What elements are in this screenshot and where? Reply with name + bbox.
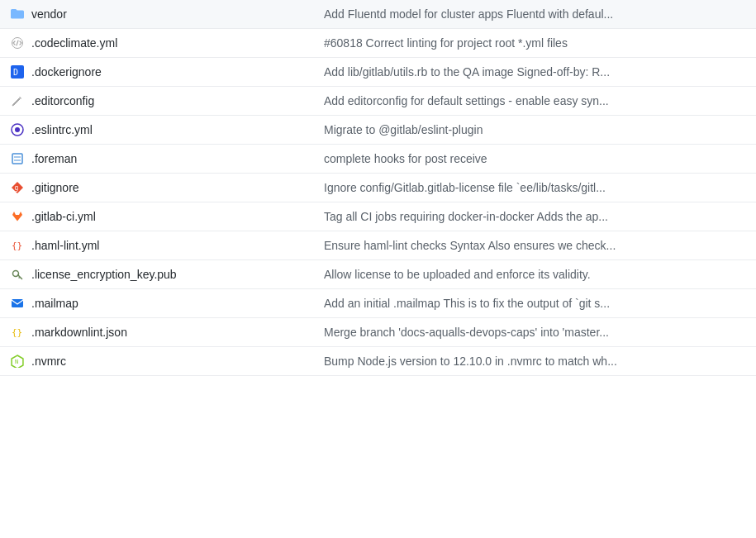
svg-point-4	[15, 127, 20, 132]
file-name-text[interactable]: .markdownlint.json	[31, 326, 127, 339]
file-commit-message[interactable]: complete hooks for post receive	[314, 145, 756, 174]
file-commit-message[interactable]: Migrate to @gitlab/eslint-plugin	[314, 116, 756, 145]
file-icon-gitlab	[10, 209, 25, 224]
table-row[interactable]: N.nvmrcBump Node.js version to 12.10.0 i…	[0, 347, 756, 376]
svg-text:{}: {}	[12, 327, 22, 338]
table-row[interactable]: .codeclimate.yml#60818 Correct linting f…	[0, 29, 756, 58]
file-commit-message[interactable]: Tag all CI jobs requiring docker-in-dock…	[314, 202, 756, 231]
svg-text:g: g	[15, 184, 19, 192]
file-commit-message[interactable]: Ignore config/Gitlab.gitlab-license file…	[314, 174, 756, 202]
table-row[interactable]: .foremancomplete hooks for post receive	[0, 145, 756, 174]
file-name-text[interactable]: .nvmrc	[31, 355, 66, 368]
svg-rect-9	[12, 299, 23, 307]
file-commit-message[interactable]: Add Fluentd model for cluster apps Fluen…	[314, 0, 756, 29]
table-row[interactable]: {}.haml-lint.ymlEnsure haml-lint checks …	[0, 231, 756, 260]
file-name-cell: .license_encryption_key.pub	[0, 260, 314, 289]
file-name-text[interactable]: .codeclimate.yml	[31, 36, 117, 50]
file-name-cell: D.dockerignore	[0, 58, 314, 87]
file-name-cell: .codeclimate.yml	[0, 29, 314, 58]
file-name-text[interactable]: .eslintrc.yml	[31, 123, 93, 136]
svg-rect-5	[12, 154, 22, 164]
file-icon-git: g	[10, 180, 25, 195]
svg-text:N: N	[15, 359, 18, 365]
file-name-cell: .foreman	[0, 145, 314, 174]
file-icon-docker: D	[10, 64, 25, 79]
file-name-text[interactable]: .license_encryption_key.pub	[31, 268, 177, 281]
file-icon-key	[10, 267, 25, 282]
file-name-cell: .eslintrc.yml	[0, 116, 314, 145]
file-name-cell: {}.markdownlint.json	[0, 318, 314, 347]
table-row[interactable]: .eslintrc.ymlMigrate to @gitlab/eslint-p…	[0, 116, 756, 145]
file-name-cell: .editorconfig	[0, 87, 314, 116]
file-commit-message[interactable]: Add an initial .mailmap This is to fix t…	[314, 289, 756, 318]
table-row[interactable]: .license_encryption_key.pubAllow license…	[0, 260, 756, 289]
file-name-cell: N.nvmrc	[0, 347, 314, 376]
file-name-cell: .gitlab-ci.yml	[0, 202, 314, 231]
file-name-cell: {}.haml-lint.yml	[0, 231, 314, 260]
file-icon-nvmrc: N	[10, 354, 25, 369]
file-name-text[interactable]: .gitignore	[31, 181, 79, 194]
file-name-cell: vendor	[0, 0, 314, 29]
file-name-cell: .mailmap	[0, 289, 314, 318]
file-name-text[interactable]: .foreman	[31, 152, 77, 165]
file-commit-message[interactable]: Add editorconfig for default settings - …	[314, 87, 756, 116]
table-row[interactable]: g.gitignoreIgnore config/Gitlab.gitlab-l…	[0, 174, 756, 202]
file-icon-code	[10, 36, 25, 50]
file-icon-editor	[10, 93, 25, 108]
svg-text:D: D	[13, 68, 18, 77]
file-icon-eslint	[10, 122, 25, 137]
file-icon-folder	[10, 7, 25, 21]
file-commit-message[interactable]: Add lib/gitlab/utils.rb to the QA image …	[314, 58, 756, 87]
file-icon-haml: {}	[10, 238, 25, 253]
file-commit-message[interactable]: #60818 Correct linting for project root …	[314, 29, 756, 58]
file-commit-message[interactable]: Bump Node.js version to 12.10.0 in .nvmr…	[314, 347, 756, 376]
file-icon-mail	[10, 296, 25, 311]
table-row[interactable]: .mailmapAdd an initial .mailmap This is …	[0, 289, 756, 318]
file-name-text[interactable]: .haml-lint.yml	[31, 239, 99, 252]
table-row[interactable]: vendorAdd Fluentd model for cluster apps…	[0, 0, 756, 29]
file-icon-foreman	[10, 151, 25, 166]
file-commit-message[interactable]: Merge branch 'docs-aqualls-devops-caps' …	[314, 318, 756, 347]
file-name-text[interactable]: .gitlab-ci.yml	[31, 210, 96, 223]
table-row[interactable]: {}.markdownlint.jsonMerge branch 'docs-a…	[0, 318, 756, 347]
file-name-text[interactable]: .mailmap	[31, 297, 78, 310]
table-row[interactable]: .gitlab-ci.ymlTag all CI jobs requiring …	[0, 202, 756, 231]
file-name-text[interactable]: vendor	[31, 7, 67, 21]
file-commit-message[interactable]: Ensure haml-lint checks Syntax Also ensu…	[314, 231, 756, 260]
svg-text:{}: {}	[12, 240, 22, 251]
table-row[interactable]: .editorconfigAdd editorconfig for defaul…	[0, 87, 756, 116]
file-name-cell: g.gitignore	[0, 174, 314, 202]
file-commit-message[interactable]: Allow license to be uploaded and enforce…	[314, 260, 756, 289]
file-name-text[interactable]: .editorconfig	[31, 94, 94, 107]
file-icon-json-yellow: {}	[10, 325, 25, 340]
table-row[interactable]: D.dockerignoreAdd lib/gitlab/utils.rb to…	[0, 58, 756, 87]
file-name-text[interactable]: .dockerignore	[31, 65, 102, 79]
file-list-table: vendorAdd Fluentd model for cluster apps…	[0, 0, 756, 376]
